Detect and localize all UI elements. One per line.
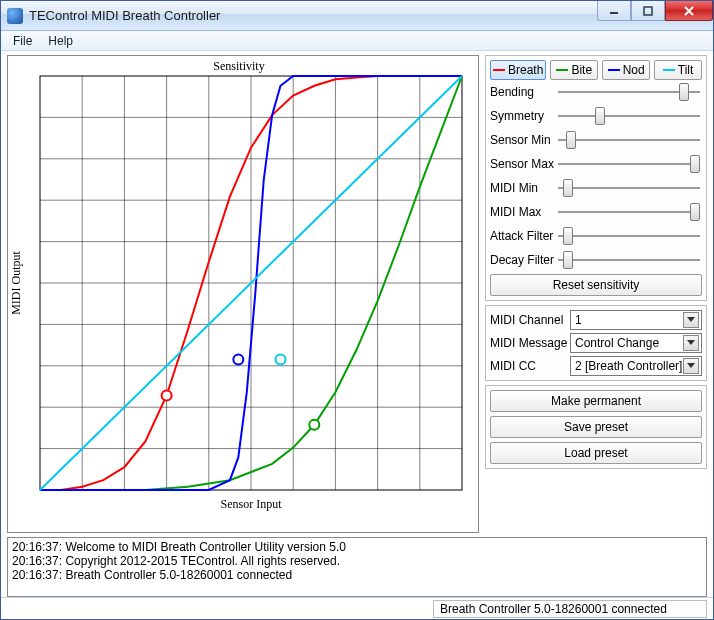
make-permanent-button[interactable]: Make permanent bbox=[490, 390, 702, 412]
legend-breath-button[interactable]: Breath bbox=[490, 60, 546, 80]
slider-label-bending: Bending bbox=[490, 85, 556, 99]
slider-sensor-max[interactable] bbox=[558, 155, 700, 173]
legend-swatch bbox=[608, 69, 620, 71]
chevron-down-icon bbox=[683, 335, 699, 351]
svg-point-24 bbox=[162, 390, 172, 400]
midi-cc-label: MIDI CC bbox=[490, 359, 570, 373]
window-maximize-button[interactable] bbox=[631, 1, 665, 21]
legend-swatch bbox=[663, 69, 675, 71]
chart-canvas: SensitivitySensor InputMIDI Output bbox=[8, 56, 470, 514]
svg-point-25 bbox=[309, 420, 319, 430]
slider-bending[interactable] bbox=[558, 83, 700, 101]
sensitivity-chart: SensitivitySensor InputMIDI Output bbox=[7, 55, 479, 533]
reset-sensitivity-button[interactable]: Reset sensitivity bbox=[490, 274, 702, 296]
legend-swatch bbox=[493, 69, 505, 71]
legend-label: Tilt bbox=[678, 63, 694, 77]
legend-label: Nod bbox=[623, 63, 645, 77]
midi-message-select[interactable]: Control Change bbox=[570, 333, 702, 353]
midi-settings-panel: MIDI Channel 1 MIDI Message Control Chan… bbox=[485, 305, 707, 381]
slider-attack-filter[interactable] bbox=[558, 227, 700, 245]
legend-tilt-button[interactable]: Tilt bbox=[654, 60, 702, 80]
slider-label-decay-filter: Decay Filter bbox=[490, 253, 556, 267]
load-preset-button[interactable]: Load preset bbox=[490, 442, 702, 464]
midi-cc-value: 2 [Breath Controller] bbox=[575, 359, 682, 373]
statusbar: Breath Controller 5.0-18260001 connected bbox=[1, 597, 713, 619]
midi-cc-select[interactable]: 2 [Breath Controller] bbox=[570, 356, 702, 376]
svg-marker-32 bbox=[687, 363, 695, 368]
slider-label-midi-max: MIDI Max bbox=[490, 205, 556, 219]
status-text: Breath Controller 5.0-18260001 connected bbox=[433, 600, 707, 618]
midi-message-value: Control Change bbox=[575, 336, 659, 350]
slider-label-sensor-min: Sensor Min bbox=[490, 133, 556, 147]
log-line: 20:16:37: Breath Controller 5.0-18260001… bbox=[12, 568, 702, 582]
midi-channel-label: MIDI Channel bbox=[490, 313, 570, 327]
legend-label: Bite bbox=[571, 63, 592, 77]
preset-panel: Make permanent Save preset Load preset bbox=[485, 385, 707, 469]
slider-label-symmetry: Symmetry bbox=[490, 109, 556, 123]
chevron-down-icon bbox=[683, 312, 699, 328]
window-title: TEControl MIDI Breath Controller bbox=[29, 8, 220, 23]
slider-label-midi-min: MIDI Min bbox=[490, 181, 556, 195]
menu-file[interactable]: File bbox=[5, 32, 40, 50]
svg-text:Sensitivity: Sensitivity bbox=[213, 59, 264, 73]
menu-help[interactable]: Help bbox=[40, 32, 81, 50]
save-preset-button[interactable]: Save preset bbox=[490, 416, 702, 438]
midi-channel-select[interactable]: 1 bbox=[570, 310, 702, 330]
slider-symmetry[interactable] bbox=[558, 107, 700, 125]
slider-label-sensor-max: Sensor Max bbox=[490, 157, 556, 171]
menubar: File Help bbox=[1, 31, 713, 51]
legend-nod-button[interactable]: Nod bbox=[602, 60, 650, 80]
app-icon bbox=[7, 8, 23, 24]
window-minimize-button[interactable] bbox=[597, 1, 631, 21]
slider-label-attack-filter: Attack Filter bbox=[490, 229, 556, 243]
chevron-down-icon bbox=[683, 358, 699, 374]
slider-sensor-min[interactable] bbox=[558, 131, 700, 149]
log-line: 20:16:37: Copyright 2012-2015 TEControl.… bbox=[12, 554, 702, 568]
titlebar: TEControl MIDI Breath Controller bbox=[1, 1, 713, 31]
slider-decay-filter[interactable] bbox=[558, 251, 700, 269]
window-close-button[interactable] bbox=[665, 1, 713, 21]
svg-marker-31 bbox=[687, 340, 695, 345]
legend-bite-button[interactable]: Bite bbox=[550, 60, 598, 80]
svg-text:MIDI Output: MIDI Output bbox=[9, 251, 23, 315]
slider-midi-max[interactable] bbox=[558, 203, 700, 221]
svg-text:Sensor Input: Sensor Input bbox=[221, 497, 283, 511]
legend-swatch bbox=[556, 69, 568, 71]
legend-label: Breath bbox=[508, 63, 543, 77]
svg-point-26 bbox=[233, 355, 243, 365]
slider-midi-min[interactable] bbox=[558, 179, 700, 197]
log-panel[interactable]: 20:16:37: Welcome to MIDI Breath Control… bbox=[7, 537, 707, 597]
log-line: 20:16:37: Welcome to MIDI Breath Control… bbox=[12, 540, 702, 554]
midi-message-label: MIDI Message bbox=[490, 336, 570, 350]
sensitivity-panel: BreathBiteNodTilt BendingSymmetrySensor … bbox=[485, 55, 707, 301]
midi-channel-value: 1 bbox=[575, 313, 582, 327]
svg-marker-30 bbox=[687, 317, 695, 322]
svg-point-27 bbox=[276, 355, 286, 365]
svg-rect-1 bbox=[644, 7, 652, 15]
